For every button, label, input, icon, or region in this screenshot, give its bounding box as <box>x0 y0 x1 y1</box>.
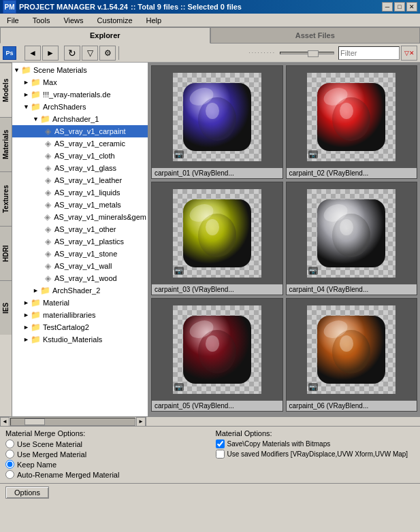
merge-radio-2[interactable] <box>5 460 14 469</box>
tree-item[interactable]: ◈AS_vray_v1_metals <box>12 199 148 211</box>
tree-item[interactable]: ▼📁Archshader_1 <box>12 113 148 125</box>
grid-label: carpaint_04 (VRayBlend... <box>287 284 417 295</box>
merge-option-row: Keep Name <box>5 460 205 469</box>
material-checkbox-1[interactable] <box>216 450 225 459</box>
tree-item[interactable]: ◈AS_vray_v1_liquids <box>12 186 148 199</box>
tree-item[interactable]: ►📁Max <box>12 76 148 88</box>
side-tab-materials[interactable]: Materials <box>0 117 12 171</box>
tree-item[interactable]: ►📁materiallibraries <box>12 309 148 321</box>
ps-icon: Ps <box>3 46 16 60</box>
close-button[interactable]: ✕ <box>406 2 417 12</box>
menu-file[interactable]: File <box>3 15 23 26</box>
grid-label: carpaint_05 (VRayBlend... <box>152 401 282 411</box>
tree-item[interactable]: ◈AS_vray_v1_leather <box>12 174 148 186</box>
grid-item[interactable]: 📷 carpaint_01 (VRayBlend... <box>151 65 283 179</box>
tab-asset-files[interactable]: Asset Files <box>210 27 421 44</box>
tree-item[interactable]: ◈AS_vray_v1_stone <box>12 248 148 260</box>
scroll-right[interactable]: ► <box>136 417 146 427</box>
restore-button[interactable]: □ <box>394 2 405 12</box>
menu-tools[interactable]: Tools <box>29 15 54 26</box>
svg-point-66 <box>206 335 219 352</box>
titlebar-left: PM PROJECT MANAGER v.1.54.24 :: Total 9 … <box>3 0 242 14</box>
scroll-left[interactable]: ◄ <box>0 417 10 427</box>
svg-text:📷: 📷 <box>175 267 183 276</box>
tree-item[interactable]: ◈AS_vray_v1_plastics <box>12 235 148 248</box>
bottom-two-col: Material Merge Options: Use Scene Materi… <box>5 429 415 480</box>
tree-item[interactable]: ◈AS_vray_v1_cloth <box>12 150 148 162</box>
options-button[interactable]: Options <box>5 486 49 499</box>
tree-item[interactable]: ◈AS_vray_v1_ceramic <box>12 137 148 150</box>
refresh-button[interactable]: ↻ <box>64 46 80 61</box>
tree-item[interactable]: ►📁Material <box>12 297 148 309</box>
settings-button[interactable]: ⚙ <box>99 46 116 61</box>
tree-item[interactable]: ◈AS_vray_v1_carpaint <box>12 125 148 137</box>
app-title: PROJECT MANAGER v.1.54.24 <box>19 3 128 11</box>
tree-item[interactable]: ▼📁Scene Materials <box>12 64 148 76</box>
search-input[interactable] <box>338 46 400 60</box>
material-grid: 📷 carpaint_01 (VRayBlend... <box>151 65 417 412</box>
material-checkbox-0[interactable] <box>216 439 225 448</box>
side-tab-models[interactable]: Models <box>0 63 12 117</box>
slider-dots: · · · · · · · · · <box>248 50 274 56</box>
tree-item[interactable]: ◈AS_vray_v1_wood <box>12 272 148 284</box>
grid-label: carpaint_01 (VRayBlend... <box>152 168 282 178</box>
merge-radio-0[interactable] <box>5 439 14 448</box>
tree-item[interactable]: ►📁!!!_vray-materials.de <box>12 88 148 101</box>
svg-point-52 <box>340 219 353 235</box>
tab-bar: Explorer Asset Files <box>0 27 420 44</box>
side-tab-textures[interactable]: Textures <box>0 171 12 226</box>
tree-item[interactable]: ▼📁ArchShaders <box>12 101 148 113</box>
options-bar: Options <box>0 483 420 501</box>
scroll-track[interactable] <box>10 418 135 426</box>
menu-customize[interactable]: Customize <box>93 15 137 26</box>
tab-explorer[interactable]: Explorer <box>0 27 210 44</box>
grid-item[interactable]: 📷 carpaint_05 (VRayBlend... <box>151 298 283 412</box>
horizontal-scrollbar[interactable]: ◄ ► <box>0 416 420 426</box>
svg-point-38 <box>206 219 219 235</box>
tree-item[interactable]: ◈AS_vray_v1_other <box>12 223 148 235</box>
main-content: Models Materials Textures HDRI IES ▼📁Sce… <box>0 63 420 416</box>
app-icon: PM <box>3 0 16 14</box>
svg-point-24 <box>340 103 353 119</box>
grid-item[interactable]: 📷 carpaint_06 (VRayBlend... <box>286 298 418 412</box>
grid-item[interactable]: 📷 carpaint_02 (VRayBlend... <box>286 65 418 179</box>
grid-label: carpaint_03 (VRayBlend... <box>152 284 282 295</box>
material-option-row: Save\Copy Materials with Bitmaps <box>216 439 415 448</box>
tree-item[interactable]: ◈AS_vray_v1_glass <box>12 162 148 174</box>
grid-item[interactable]: 📷 carpaint_03 (VRayBlend... <box>151 182 283 295</box>
merge-radio-1[interactable] <box>5 450 14 459</box>
filter-button[interactable]: ▽ <box>82 46 98 61</box>
merge-options: Material Merge Options: Use Scene Materi… <box>5 429 205 480</box>
titlebar: PM PROJECT MANAGER v.1.54.24 :: Total 9 … <box>0 0 420 14</box>
menubar: File Tools Views Customize Help <box>0 14 420 27</box>
tree-item[interactable]: ◈AS_vray_v1_minerals&gem <box>12 211 148 223</box>
svg-text:📷: 📷 <box>309 384 317 392</box>
back-button[interactable]: ◄ <box>25 46 41 61</box>
tree-item[interactable]: ◈AS_vray_v1_wall <box>12 260 148 272</box>
menu-views[interactable]: Views <box>59 15 87 26</box>
minimize-button[interactable]: ─ <box>382 2 393 12</box>
file-info: :: Total 9 files :: Selected 0 files <box>131 3 242 11</box>
toolbar-separator <box>118 46 119 60</box>
svg-point-80 <box>340 335 353 352</box>
size-slider[interactable] <box>280 52 334 54</box>
bottom-panel: Material Merge Options: Use Scene Materi… <box>0 426 420 483</box>
scroll-thumb[interactable] <box>25 418 45 425</box>
svg-point-10 <box>206 103 219 119</box>
tree-item[interactable]: ►📁Kstudio_Materials <box>12 333 148 346</box>
side-tab-ies[interactable]: IES <box>0 280 12 335</box>
forward-button[interactable]: ► <box>42 46 59 61</box>
grid-label: carpaint_06 (VRayBlend... <box>287 401 417 411</box>
tree-item[interactable]: ►📁ArchShader_2 <box>12 284 148 297</box>
merge-option-row: Use Scene Material <box>5 439 205 448</box>
side-tab-hdri[interactable]: HDRI <box>0 226 12 280</box>
filter-clear-button[interactable]: ▽✕ <box>401 46 417 61</box>
grid-item[interactable]: 📷 carpaint_04 (VRayBlend... <box>286 182 418 295</box>
menu-help[interactable]: Help <box>142 15 166 26</box>
grid-label: carpaint_02 (VRayBlend... <box>287 168 417 178</box>
merge-radio-3[interactable] <box>5 470 14 479</box>
grid-panel[interactable]: 📷 carpaint_01 (VRayBlend... <box>148 63 420 416</box>
tree-panel[interactable]: ▼📁Scene Materials►📁Max►📁!!!_vray-materia… <box>12 63 148 416</box>
side-tabs: Models Materials Textures HDRI IES <box>0 63 12 416</box>
tree-item[interactable]: ►📁TestCartalog2 <box>12 321 148 333</box>
